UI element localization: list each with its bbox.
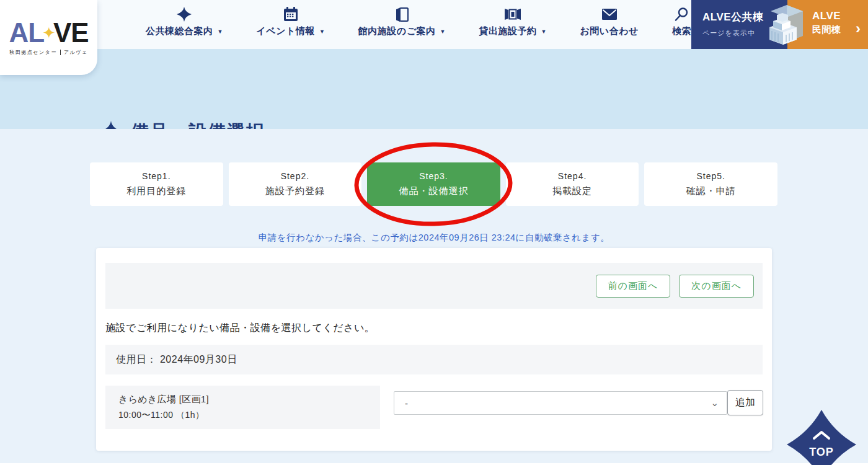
step-label: 利用目的登録: [126, 185, 186, 197]
use-date-bar: 使用日： 2024年09月30日: [105, 345, 763, 374]
auto-cancel-notice: 申請を行わなかった場合、この予約は2024年09月26日 23:24に自動破棄さ…: [0, 232, 868, 244]
building-switch-banner: ALVE公共棟 ページを表示中 ALVE 民間棟 ›: [691, 0, 868, 49]
step-label: 確認・申請: [686, 185, 736, 197]
logo-subtitle: 秋田拠点センター アルヴェ: [9, 49, 87, 56]
top-button-label: TOP: [786, 446, 857, 459]
select-chevron-icon: ⌄: [711, 397, 719, 409]
sparkle-icon: [177, 5, 192, 24]
logo-divider: [60, 50, 61, 55]
main-nav: 公共棟総合案内 ▼: [146, 5, 691, 37]
nav-label: イベント情報: [256, 25, 314, 37]
equipment-row: きらめき広場 [区画1] 10:00〜11:00 （1h） - ⌄ 追加: [105, 386, 763, 429]
equipment-select-value: -: [405, 398, 408, 409]
nav-label: 検索: [672, 25, 691, 37]
calendar-icon: [283, 5, 299, 24]
nav-item-general-info[interactable]: 公共棟総合案内 ▼: [146, 5, 223, 37]
door-icon: [394, 5, 409, 24]
step-number: Step2.: [281, 171, 309, 181]
page: 公共棟総合案内 ▼: [0, 0, 868, 465]
nav-label: 公共棟総合案内: [146, 25, 213, 37]
equipment-panel: 前の画面へ 次の画面へ 施設でご利用になりたい備品・設備を選択してください。 使…: [96, 248, 772, 451]
alve-logo-word: AL✦VE: [9, 19, 88, 46]
facility-name: きらめき広場 [区画1]: [118, 394, 380, 405]
logo-part2: VE: [53, 17, 89, 48]
use-date-text: 使用日： 2024年09月30日: [116, 353, 237, 366]
logo-sub1: 秋田拠点センター: [9, 49, 57, 56]
previous-screen-button[interactable]: 前の画面へ: [596, 275, 671, 298]
add-button[interactable]: 追加: [727, 390, 763, 415]
step-label: 掲載設定: [552, 185, 592, 197]
panel-toolbar: 前の画面へ 次の画面へ: [105, 263, 763, 309]
chevron-right-icon: ›: [856, 20, 861, 37]
chevron-down-icon: ▼: [440, 29, 446, 35]
step-number: Step1.: [142, 171, 170, 181]
logo-part1: AL: [9, 17, 44, 48]
step-label: 備品・設備選択: [399, 185, 468, 197]
alve-logo[interactable]: AL✦VE 秋田拠点センター アルヴェ: [0, 0, 97, 75]
facility-time: 10:00〜11:00 （1h）: [118, 410, 380, 421]
step-card-3-active: Step3. 備品・設備選択: [367, 162, 500, 206]
nav-label: 貸出施設予約: [479, 25, 537, 37]
equipment-select[interactable]: - ⌄: [394, 391, 727, 415]
nav-item-rental-reservation[interactable]: 貸出施設予約 ▼: [479, 5, 547, 37]
header: 公共棟総合案内 ▼: [0, 0, 868, 49]
step-number: Step5.: [696, 171, 725, 181]
logo-sub2: アルヴェ: [64, 49, 88, 56]
building-illustration: [764, 4, 805, 50]
chevron-down-icon: ▼: [541, 29, 547, 35]
nav-item-search[interactable]: 検索: [672, 5, 691, 37]
facility-cell: きらめき広場 [区画1] 10:00〜11:00 （1h）: [105, 386, 380, 429]
step-card-2: Step2. 施設予約登録: [229, 162, 362, 206]
search-icon: [674, 5, 689, 24]
nav-label: 館内施設のご案内: [358, 25, 436, 37]
step-number: Step3.: [419, 171, 448, 181]
next-screen-button[interactable]: 次の画面へ: [679, 275, 754, 298]
nav-label: お問い合わせ: [580, 25, 638, 37]
step-number: Step4.: [558, 171, 587, 181]
chevron-down-icon: ▼: [319, 29, 325, 35]
nav-item-event-info[interactable]: イベント情報 ▼: [256, 5, 324, 37]
scroll-to-top-button[interactable]: TOP: [786, 409, 857, 465]
step-card-4: Step4. 掲載設定: [506, 162, 639, 206]
step-card-5: Step5. 確認・申請: [644, 162, 777, 206]
partition-icon: [503, 5, 522, 24]
step-label: 施設予約登録: [265, 185, 325, 197]
nav-item-contact[interactable]: お問い合わせ: [580, 5, 638, 37]
content-area: Step1. 利用目的登録 Step2. 施設予約登録 Step3. 備品・設備…: [0, 129, 868, 463]
step-indicator: Step1. 利用目的登録 Step2. 施設予約登録 Step3. 備品・設備…: [90, 162, 777, 206]
chevron-down-icon: ▼: [218, 29, 223, 35]
page-title-band: 備品・設備選択: [0, 49, 868, 129]
step-card-1: Step1. 利用目的登録: [90, 162, 223, 206]
nav-item-facility-guide[interactable]: 館内施設のご案内 ▼: [358, 5, 446, 37]
mail-icon: [601, 5, 618, 24]
instruction-text: 施設でご利用になりたい備品・設備を選択してください。: [105, 322, 374, 335]
